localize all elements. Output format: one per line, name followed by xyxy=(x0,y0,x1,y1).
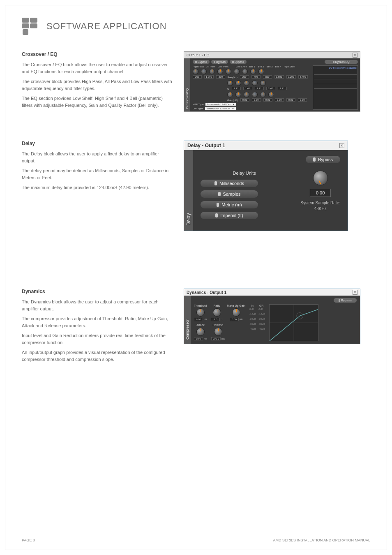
delay-value[interactable]: 0.00 xyxy=(310,189,331,197)
page: SOFTWARE APPLICATION Crossover / EQ The … xyxy=(5,5,387,550)
q-knob[interactable] xyxy=(235,80,241,86)
q-knob[interactable] xyxy=(244,80,249,86)
q-knob[interactable] xyxy=(260,80,266,86)
freq-value[interactable]: 200 xyxy=(240,75,249,79)
q-value[interactable]: 2.45 xyxy=(266,87,275,90)
logo xyxy=(22,18,38,35)
col-label: Bell 1 xyxy=(249,65,255,68)
freq-knob[interactable] xyxy=(193,69,198,74)
q-value[interactable]: 1.41 xyxy=(278,87,287,90)
ratio-value[interactable]: 2.0 xyxy=(211,318,220,321)
gain-knob[interactable] xyxy=(244,92,249,97)
freq-response-label: EQ Frequency Response xyxy=(314,67,357,69)
footer: PAGE 8 AMD SERIES INSTALLATION AND OPERA… xyxy=(22,538,370,542)
meter-tick: -30dB xyxy=(249,323,256,325)
freq-knob[interactable] xyxy=(209,69,215,74)
freq-knob[interactable] xyxy=(250,69,256,74)
freq-knob[interactable] xyxy=(258,69,264,74)
freq-value[interactable]: 6,400 xyxy=(298,75,308,79)
crossover-para3: The EQ section provides Low Shelf, High … xyxy=(22,95,174,109)
q-value[interactable]: 1.41 xyxy=(255,87,264,90)
crossover-section: Crossover / EQ The Crossover / EQ block … xyxy=(22,51,370,112)
q-knob[interactable] xyxy=(252,80,258,86)
crossover-para1: The Crossover / EQ block allows the user… xyxy=(22,61,174,75)
q-value[interactable]: 1.41 xyxy=(232,87,241,90)
delay-heading: Delay xyxy=(22,141,174,146)
gain-knob[interactable] xyxy=(227,92,233,97)
freq-knob[interactable] xyxy=(242,69,248,74)
dynamics-para4: An input/output graph provides a visual … xyxy=(22,349,174,363)
delay-panel-title: Delay - Output 1 xyxy=(187,143,225,148)
gain-value[interactable]: 0.00 xyxy=(240,98,249,102)
threshold-knob[interactable] xyxy=(196,308,205,317)
gain-value[interactable]: 0.00 xyxy=(286,98,295,102)
unit-imperial-button[interactable]: Imperial (ft) xyxy=(201,212,258,219)
meter-gr-label: GR xyxy=(259,304,264,307)
bypass-hp-button[interactable]: Bypass xyxy=(193,60,210,64)
close-icon[interactable]: × xyxy=(353,290,357,295)
col-label: High Pass xyxy=(193,65,204,68)
dynamics-heading: Dynamics xyxy=(22,289,174,294)
delay-panel: Delay - Output 1 × Delay Bypass Delay Un… xyxy=(184,141,348,231)
freq-value[interactable]: 400 xyxy=(251,75,261,79)
threshold-label: Threshold xyxy=(194,304,207,307)
delay-section: Delay The Delay block allows the user to… xyxy=(22,141,370,231)
meters: In GR 0dB-10dB-20dB-30dB-40dB 0dB-10dB-2… xyxy=(249,304,265,341)
gain-knob[interactable] xyxy=(268,92,274,97)
gain-value[interactable]: 0.00 xyxy=(275,98,284,102)
dynamics-bypass-button[interactable]: Bypass xyxy=(334,298,357,303)
freq-value[interactable]: 1,600 xyxy=(274,75,284,79)
gain-knob[interactable] xyxy=(235,92,241,97)
meter-tick: -20dB xyxy=(258,318,265,320)
delay-tab[interactable]: Delay xyxy=(184,150,193,231)
attack-value[interactable]: 10.0 xyxy=(194,337,203,340)
delay-para3: The maximum delay time provided is 124.0… xyxy=(22,184,174,191)
attack-knob[interactable] xyxy=(196,328,205,336)
makeup-knob[interactable] xyxy=(232,308,240,317)
gain-knob[interactable] xyxy=(252,92,258,97)
freq-value[interactable]: 1,000 xyxy=(204,75,214,79)
col-label: High Shelf xyxy=(284,65,295,68)
bypass-ap-button[interactable]: Bypass xyxy=(211,60,228,64)
freq-value[interactable]: 800 xyxy=(263,75,272,79)
compressor-tab[interactable]: Compressor xyxy=(184,296,191,344)
release-knob[interactable] xyxy=(214,328,222,336)
gain-value[interactable]: 0.00 xyxy=(252,98,261,102)
q-knob[interactable] xyxy=(227,80,233,86)
freq-knob[interactable] xyxy=(226,69,231,74)
makeup-label: Make Up Gain xyxy=(227,304,245,307)
crossover-tab[interactable]: Crossover/EQ xyxy=(184,58,190,111)
ratio-knob[interactable] xyxy=(213,308,221,317)
threshold-value[interactable]: 6.00 xyxy=(194,318,203,321)
delay-bypass-button[interactable]: Bypass xyxy=(306,156,340,163)
makeup-value[interactable]: 0.00 xyxy=(230,318,239,321)
gain-knob[interactable] xyxy=(260,92,266,97)
meter-tick: -40dB xyxy=(258,328,265,330)
close-icon[interactable]: × xyxy=(339,143,344,148)
col-label: Bell 4 xyxy=(275,65,281,68)
unit-metric-button[interactable]: Metric (m) xyxy=(201,201,258,208)
freq-response-panel: EQ Frequency Response xyxy=(313,65,358,110)
freq-knob[interactable] xyxy=(217,69,223,74)
dynamics-panel-title: Dynamics - Output 1 xyxy=(187,290,226,295)
close-icon[interactable]: × xyxy=(353,53,357,58)
freq-knob[interactable] xyxy=(201,69,207,74)
delay-knob[interactable] xyxy=(313,171,328,185)
freq-value[interactable]: 3,200 xyxy=(286,75,296,79)
lpf-type-dropdown[interactable]: Butterworth 12dB/Oct▼ xyxy=(205,107,236,110)
unit-ms-button[interactable]: Milliseconds xyxy=(201,180,258,187)
freq-knob[interactable] xyxy=(234,69,240,74)
bypass-eq-button[interactable]: Bypass EQ xyxy=(325,60,358,64)
hpf-type-dropdown[interactable]: Butterworth 12dB/Oct▼ xyxy=(205,103,236,106)
release-value[interactable]: 200.0 xyxy=(211,337,221,340)
ratio-label: Ratio xyxy=(214,304,220,307)
unit-samples-button[interactable]: Samples xyxy=(201,190,258,198)
freq-value[interactable]: 200 xyxy=(193,75,202,79)
freq-value[interactable]: 200 xyxy=(216,75,225,79)
meter-tick: 0dB xyxy=(258,308,265,310)
gain-value[interactable]: 0.00 xyxy=(298,98,307,102)
bypass-lp-button[interactable]: Bypass xyxy=(230,60,247,64)
delay-units-label: Delay Units xyxy=(201,171,288,176)
gain-value[interactable]: 0.00 xyxy=(263,98,272,102)
q-value[interactable]: 1.41 xyxy=(243,87,252,90)
